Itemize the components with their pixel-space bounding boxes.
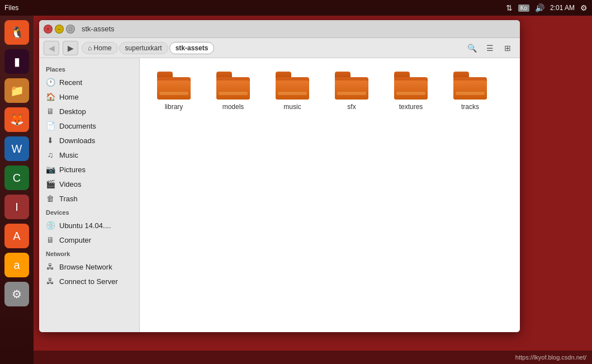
launcher-icon-amazon[interactable]: a [3,252,30,278]
launcher-icon-files[interactable]: 📁 [3,77,30,104]
sidebar-label-downloads: Downloads [59,136,95,145]
content-area: Places 🕐Recent🏠Home🖥Desktop📄Documents⬇Do… [39,58,520,332]
recent-icon: 🕐 [46,78,55,87]
models-label: models [222,103,244,111]
launcher-icon-appstore[interactable]: A [3,223,30,249]
sidebar-item-home[interactable]: 🏠Home [39,89,139,104]
sidebar-label-home: Home [59,93,79,101]
sidebar-label-browse-network: Browse Network [59,263,112,271]
power-icon[interactable]: ⚙ [580,3,588,12]
sfx-label: sfx [347,103,356,111]
textures-folder-icon [394,72,428,100]
sidebar-label-trash: Trash [59,195,78,203]
sidebar-item-downloads[interactable]: ⬇Downloads [39,133,139,148]
computer-icon: 🖥 [46,235,55,244]
connect-server-icon: 🖧 [46,277,55,286]
breadcrumb-current[interactable]: stk-assets [169,42,215,54]
launcher-icon-terminal[interactable]: ▮ [3,48,30,75]
breadcrumb: ⌂ Home supertuxkart stk-assets [82,42,461,54]
sidebar-item-music[interactable]: ♫Music [39,148,139,162]
toolbar: ◀ ▶ ⌂ Home supertuxkart stk-assets 🔍 ☰ ⊞ [39,38,520,58]
toolbar-actions: 🔍 ☰ ⊞ [464,41,515,55]
breadcrumb-home[interactable]: ⌂ Home [82,42,118,54]
taskbar-right: ⇅ Ko 🔊 2:01 AM ⚙ [506,3,588,12]
music-folder-icon [276,72,309,100]
sidebar-label-computer: Computer [59,236,91,244]
trash-icon: 🗑 [46,194,55,203]
library-label: library [165,103,183,111]
places-header: Places [39,63,139,75]
ubuntu-icon: 💿 [46,221,55,230]
back-button[interactable]: ◀ [44,41,59,55]
desktop-icon: 🖥 [46,107,55,116]
sidebar-label-pictures: Pictures [59,166,86,174]
sfx-folder-icon [335,72,368,100]
textures-label: textures [399,103,423,111]
models-folder-icon [216,72,250,100]
breadcrumb-supertuxkart[interactable]: supertuxkart [119,42,168,54]
title-bar: × – □ stk-assets [39,20,520,38]
files-grid: library models music [149,67,511,115]
search-button[interactable]: 🔍 [464,41,480,55]
tracks-label: tracks [461,103,479,111]
keyboard-indicator[interactable]: Ko [518,4,529,12]
sidebar-item-ubuntu[interactable]: 💿Ubuntu 14.04.... [39,218,139,233]
sidebar-item-videos[interactable]: 🎬Videos [39,177,139,191]
transfer-icon[interactable]: ⇅ [506,3,513,12]
sidebar-label-desktop: Desktop [59,107,86,116]
sidebar-item-connect-server[interactable]: 🖧Connect to Server [39,274,139,289]
close-button[interactable]: × [44,25,53,34]
launcher: 🐧▮📁🦊WCIAa⚙ [0,16,34,364]
window-controls: × – □ [44,25,75,34]
browse-network-icon: 🖧 [46,262,55,271]
sidebar-item-pictures[interactable]: 📷Pictures [39,162,139,177]
tracks-folder-icon [453,72,487,100]
home-icon: 🏠 [46,92,55,101]
network-header: Network [39,247,139,259]
file-manager-window: × – □ stk-assets ◀ ▶ ⌂ Home supertuxkart… [39,20,520,332]
sidebar-label-videos: Videos [59,180,82,188]
downloads-icon: ⬇ [46,136,55,145]
launcher-icon-impress[interactable]: I [3,193,30,220]
launcher-icon-writer[interactable]: W [3,135,30,162]
forward-button[interactable]: ▶ [63,41,78,55]
pictures-icon: 📷 [46,165,55,174]
music-icon: ♫ [46,150,55,159]
launcher-icon-firefox[interactable]: 🦊 [3,106,30,133]
maximize-button[interactable]: □ [66,25,75,34]
sidebar-item-computer[interactable]: 🖥Computer [39,233,139,247]
window-title: stk-assets [82,25,115,33]
documents-icon: 📄 [46,121,55,130]
taskbar-app-name: Files [4,4,18,12]
file-item-models[interactable]: models [208,67,258,115]
music-label: music [283,103,301,111]
file-item-sfx[interactable]: sfx [326,67,377,115]
bottom-url: https://lkyof.blog.csdn.net/ [515,354,586,361]
sidebar-label-ubuntu: Ubuntu 14.04.... [59,221,111,230]
devices-header: Devices [39,206,139,218]
launcher-icon-ubuntu[interactable]: 🐧 [3,19,30,46]
top-taskbar: Files ⇅ Ko 🔊 2:01 AM ⚙ [0,0,592,16]
sidebar-item-documents[interactable]: 📄Documents [39,119,139,133]
taskbar-left: Files [4,4,18,12]
file-item-music[interactable]: music [267,67,318,115]
sidebar-item-desktop[interactable]: 🖥Desktop [39,104,139,119]
sidebar-item-browse-network[interactable]: 🖧Browse Network [39,259,139,274]
sidebar-label-connect-server: Connect to Server [59,277,118,286]
file-item-textures[interactable]: textures [386,67,436,115]
sidebar-item-trash[interactable]: 🗑Trash [39,191,139,206]
library-folder-icon [157,72,191,100]
main-area: library models music [140,58,520,332]
volume-icon[interactable]: 🔊 [535,3,544,12]
sidebar-label-recent: Recent [59,78,82,87]
file-item-tracks[interactable]: tracks [445,67,495,115]
launcher-icon-calc[interactable]: C [3,164,30,191]
file-item-library[interactable]: library [149,67,199,115]
minimize-button[interactable]: – [55,25,64,34]
list-view-button[interactable]: ☰ [482,41,498,55]
sidebar: Places 🕐Recent🏠Home🖥Desktop📄Documents⬇Do… [39,58,140,332]
launcher-icon-settings[interactable]: ⚙ [3,281,30,308]
grid-view-button[interactable]: ⊞ [500,41,515,55]
videos-icon: 🎬 [46,179,55,188]
sidebar-item-recent[interactable]: 🕐Recent [39,75,139,89]
